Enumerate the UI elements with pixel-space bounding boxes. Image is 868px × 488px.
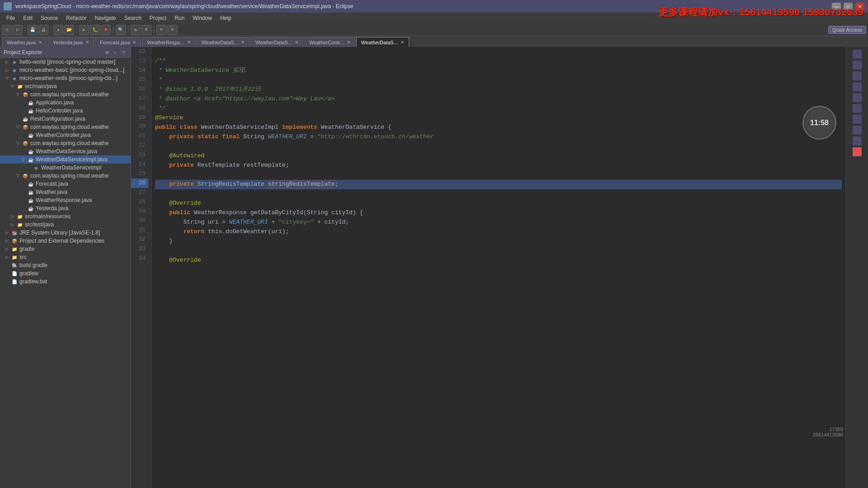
line-num-20: 20 <box>131 122 148 131</box>
back-button[interactable]: ◁ <box>2 25 12 35</box>
menu-source[interactable]: Source <box>37 14 61 22</box>
next-button[interactable]: » <box>167 25 177 35</box>
tab-close[interactable]: ✕ <box>295 40 298 45</box>
print-button[interactable]: 🖨 <box>38 25 48 35</box>
sidebar-item-weather-java[interactable]: ☕ Weather.java <box>0 188 131 196</box>
sidebar-item-jre[interactable]: ▷ 📚 JRE System Library [JavaSE-1.8] <box>0 229 131 237</box>
tab-close[interactable]: ✕ <box>187 40 191 45</box>
stop-button[interactable]: ■ <box>101 25 111 35</box>
link-editor-button[interactable]: ↔ <box>112 49 119 56</box>
line-num-13: 13 <box>131 56 148 66</box>
menu-window[interactable]: Window <box>189 14 216 22</box>
new-button[interactable]: ✦ <box>53 25 63 35</box>
line-num-17: 17 <box>131 94 148 103</box>
sidebar-item-weather-controller[interactable]: ☕ WeatherController.java <box>0 131 131 139</box>
sidebar-item-micro-weather-basic[interactable]: ▷ ◈ micro-weather-basic [jimooc-spring-c… <box>0 66 131 74</box>
forward-button[interactable]: ▷ <box>13 25 23 35</box>
sidebar-item-pkg-1[interactable]: ▽ 📦 com.waylau.spring.cloud.weathe <box>0 90 131 99</box>
line-num-14: 14 <box>131 66 148 75</box>
sidebar-item-hello-controller[interactable]: ☕ HelloController.java <box>0 107 131 115</box>
line-num-33: 33 <box>131 244 148 254</box>
sidebar-item-hello-world[interactable]: ▷ ◈ hello-world [jimooc-spring-cloud mas… <box>0 58 131 66</box>
code-token: StringRedisTemplate <box>198 180 268 189</box>
tab-weather-controller[interactable]: WeatherContr... ✕ <box>304 37 355 47</box>
gradle-icon: 🐘 <box>11 262 18 269</box>
gutter-btn-5[interactable] <box>853 93 862 102</box>
menu-edit[interactable]: Edit <box>19 14 36 22</box>
gutter-btn-9[interactable] <box>853 136 862 145</box>
debug-button[interactable]: 🐛 <box>90 25 100 35</box>
code-content[interactable]: /** * WeatherDataService 实现. * * @since … <box>151 47 845 488</box>
refactor-button[interactable]: ↻ <box>131 25 141 35</box>
menu-help[interactable]: Help <box>217 14 235 22</box>
run-button[interactable]: ▶ <box>79 25 89 35</box>
menu-project[interactable]: Project <box>146 14 170 22</box>
tab-close[interactable]: ✕ <box>401 40 404 45</box>
open-button[interactable]: 📂 <box>64 25 74 35</box>
sidebar-item-micro-weather-redis[interactable]: ▽ ◈ micro-weather-redis [jimooc-spring-c… <box>0 74 131 82</box>
tab-weather-data-s2[interactable]: WeatherDataS... ✕ <box>250 37 303 47</box>
gutter-btn-2[interactable] <box>853 61 862 70</box>
sidebar-item-weather-response[interactable]: ☕ WeatherResponse.java <box>0 196 131 204</box>
tab-weather-data-s1[interactable]: WeatherDataS... ✕ <box>197 37 250 47</box>
sidebar-item-yesterda[interactable]: ☕ Yesterda.java <box>0 204 131 212</box>
code-token: /** <box>155 56 165 66</box>
tab-close[interactable]: ✕ <box>347 40 350 45</box>
gutter-btn-3[interactable] <box>853 71 862 80</box>
gutter-btn-6[interactable] <box>853 104 862 113</box>
sidebar-item-src[interactable]: ▷ 📁 src <box>0 253 131 261</box>
gutter-btn-10[interactable] <box>853 147 862 156</box>
tab-close[interactable]: ✕ <box>241 40 245 45</box>
code-token: private <box>155 180 198 189</box>
tab-weather-java[interactable]: Weather.java ✕ <box>2 37 47 47</box>
sidebar-item-pkg-3[interactable]: ▽ 📦 com.waylau.spring.cloud.weathe <box>0 139 131 147</box>
sidebar-item-build-gradle[interactable]: 🐘 build.gradle <box>0 261 131 269</box>
gutter-btn-7[interactable] <box>853 115 862 124</box>
tab-close[interactable]: ✕ <box>85 40 89 45</box>
sidebar-item-weather-data-service[interactable]: ☕ WeatherDataService.java <box>0 147 131 155</box>
tab-weather-response[interactable]: WeatherRespo... ✕ <box>142 37 195 47</box>
menu-refactor[interactable]: Refactor <box>62 14 90 22</box>
sidebar-item-weather-data-service-impl[interactable]: ▽ ☕ WeatherDataServiceImpl.java <box>0 155 131 164</box>
search-button[interactable]: 🔍 <box>116 25 126 35</box>
quick-access-input[interactable]: Quick Access <box>828 26 866 34</box>
sidebar-item-src-test-java[interactable]: ▷ 📁 src/test/java <box>0 221 131 229</box>
gutter-btn-4[interactable] <box>853 82 862 91</box>
sidebar-toolbar: ⊟ ↔ ▽ <box>104 49 127 56</box>
save-button[interactable]: 💾 <box>28 25 38 35</box>
project-icon: ◈ <box>11 66 18 74</box>
menu-search[interactable]: Search <box>121 14 145 22</box>
sidebar-item-src-main-resources[interactable]: ▷ 📁 src/main/resources <box>0 212 131 221</box>
tab-yesterda-java[interactable]: Yesterda.java ✕ <box>48 37 94 47</box>
sidebar-item-application[interactable]: ☕ Application.java <box>0 99 131 107</box>
tab-forecast-java[interactable]: Forecast.java ✕ <box>95 37 141 47</box>
sidebar-item-deps[interactable]: ▷ 📦 Project and External Dependencies <box>0 237 131 245</box>
tab-close[interactable]: ✕ <box>132 40 136 45</box>
tab-close[interactable]: ✕ <box>38 40 42 45</box>
sidebar-item-gradlew-bat[interactable]: 📄 gradlew.bat <box>0 277 131 286</box>
sidebar-item-class-impl[interactable]: ◆ WeatherDataServiceImpl <box>0 164 131 172</box>
code-token <box>155 132 169 142</box>
menu-run[interactable]: Run <box>171 14 188 22</box>
sidebar-item-rest-config[interactable]: ☕ RestConfiguration.java <box>0 115 131 123</box>
prev-button[interactable]: « <box>156 25 166 35</box>
gutter-btn-1[interactable] <box>853 50 862 59</box>
menu-navigate[interactable]: Navigate <box>91 14 119 22</box>
gutter-btn-8[interactable] <box>853 126 862 135</box>
sidebar-item-pkg-4[interactable]: ▽ 📦 com.waylau.spring.cloud.weathe <box>0 172 131 180</box>
sidebar-item-gradlew[interactable]: 📄 gradlew <box>0 269 131 277</box>
package-icon: 📦 <box>22 91 29 98</box>
sidebar-item-src-main-java[interactable]: ▽ 📁 src/main/java <box>0 82 131 90</box>
sidebar-item-pkg-2[interactable]: ▽ 📦 com.waylau.spring.cloud.weathe <box>0 123 131 131</box>
tab-weather-data-impl[interactable]: WeatherDataS... ✕ <box>356 37 409 47</box>
code-token: WeatherDataService { <box>321 123 392 132</box>
sidebar-item-gradle[interactable]: ▷ 📁 gradle <box>0 245 131 253</box>
menu-file[interactable]: File <box>3 14 19 22</box>
organize-button[interactable]: ≡ <box>142 25 151 35</box>
sidebar-item-forecast[interactable]: ☕ Forecast.java <box>0 180 131 188</box>
tab-label: WeatherDataS... <box>202 40 238 45</box>
code-editor[interactable]: 12 13 14 15 16 17 18 19 20 21 22 23 24 2… <box>131 47 868 488</box>
code-line-34: @Override <box>155 256 842 265</box>
collapse-all-button[interactable]: ⊟ <box>104 49 111 56</box>
view-menu-button[interactable]: ▽ <box>120 49 127 56</box>
